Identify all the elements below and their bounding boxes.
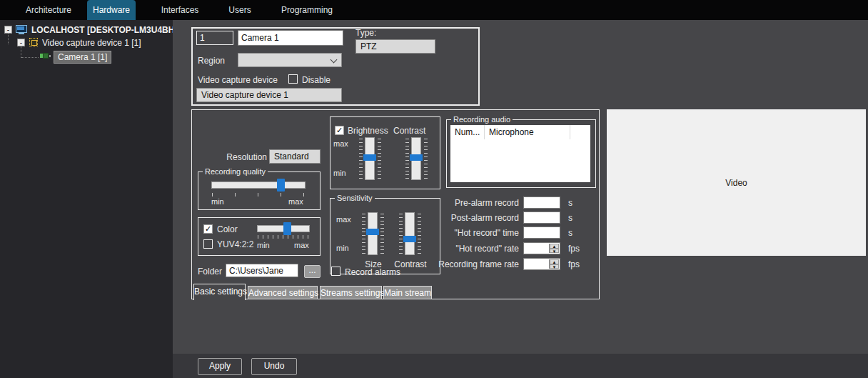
action-bar: Apply Undo (173, 354, 868, 378)
slider-ticks (418, 214, 421, 254)
recording-audio-group: Recording audio Num... Microphone (446, 115, 596, 188)
undo-button[interactable]: Undo (251, 358, 297, 375)
slider-ticks (359, 139, 363, 179)
recording-frame-rate-label: Recording frame rate (435, 259, 519, 269)
max-label: max (336, 215, 351, 224)
tab-hardware[interactable]: Hardware (87, 0, 136, 20)
computer-icon (16, 25, 27, 34)
recording-frame-rate-input[interactable]: ▲▼ (523, 258, 560, 270)
region-dropdown[interactable] (238, 53, 342, 67)
recording-audio-title: Recording audio (451, 115, 513, 124)
slider-ticks (378, 139, 381, 179)
video-preview-panel: Video (607, 109, 866, 256)
audio-table-header: Num... Microphone (450, 125, 590, 139)
chevron-down-icon (330, 56, 338, 64)
slider-ticks (212, 193, 306, 197)
yuv-checkbox[interactable] (203, 239, 213, 249)
slider-ticks (380, 214, 384, 254)
recording-frame-rate-unit: fps (568, 259, 580, 269)
tree-expander-root[interactable]: - (4, 26, 12, 34)
brightness-contrast-group: ✓ Brightness Contrast max min (330, 116, 440, 189)
camera-name-input[interactable] (238, 30, 343, 46)
brightness-checkbox[interactable]: ✓ (335, 126, 344, 135)
tree-expander-device[interactable]: - (17, 39, 25, 46)
recording-frame-rate-spinner[interactable]: ▲▼ (549, 259, 559, 269)
folder-input[interactable] (226, 264, 298, 277)
brightness-slider-thumb[interactable] (363, 154, 376, 161)
capture-device-dropdown[interactable]: Video capture device 1 (196, 88, 342, 102)
pre-alarm-input[interactable] (523, 197, 560, 209)
recording-quality-slider[interactable] (211, 181, 306, 189)
contrast-slider-thumb[interactable] (410, 154, 423, 161)
folder-label: Folder (198, 267, 222, 277)
hot-record-time-input[interactable] (523, 227, 560, 239)
min-label: min (336, 244, 349, 252)
sensitivity-title: Sensitivity (335, 194, 375, 202)
color-slider[interactable] (257, 225, 310, 232)
recording-quality-slider-thumb[interactable] (277, 179, 285, 192)
slider-ticks (424, 139, 428, 179)
settings-box: Resolution Standard Recording quality mi… (191, 109, 600, 299)
max-label: max (288, 197, 303, 206)
record-alarms-label: Record alarms (345, 267, 400, 277)
apply-button[interactable]: Apply (198, 358, 242, 375)
contrast-label: Contrast (393, 126, 425, 136)
hot-record-rate-unit: fps (568, 244, 580, 254)
color-checkbox[interactable]: ✓ (203, 224, 213, 234)
size-slider-thumb[interactable] (366, 229, 379, 235)
brightness-slider[interactable] (365, 137, 375, 180)
tab-basic-settings[interactable]: Basic settings (193, 284, 246, 300)
region-label: Region (198, 56, 225, 66)
spin-down-icon[interactable]: ▼ (550, 249, 559, 254)
hot-record-rate-input[interactable]: ▲▼ (523, 242, 560, 254)
post-alarm-label: Post-alarm record (435, 213, 519, 223)
recording-quality-group: Recording quality min max (198, 167, 321, 210)
device-tree: - LOCALHOST [DESKTOP-LM3U4BH] - Video ca… (0, 20, 173, 378)
tab-programming[interactable]: Programming (273, 0, 341, 20)
tree-item-capture-device[interactable]: Video capture device 1 [1] (42, 38, 141, 48)
disable-checkbox[interactable] (288, 74, 298, 84)
tab-interfaces[interactable]: Interfaces (151, 0, 208, 20)
tree-item-camera[interactable]: Camera 1 [1] (54, 51, 111, 64)
post-alarm-input[interactable] (523, 212, 560, 224)
resolution-dropdown[interactable]: Standard (269, 149, 321, 164)
audio-col-spacer (570, 125, 590, 139)
record-alarms-checkbox[interactable] (331, 267, 340, 276)
main-panel: Region Video capture device Disable Vide… (173, 20, 868, 354)
sensitivity-contrast-slider-thumb[interactable] (403, 236, 416, 242)
app-window: Architecture Hardware Interfaces Users P… (0, 0, 868, 378)
slider-ticks (362, 214, 365, 254)
spin-down-icon[interactable]: ▼ (550, 264, 559, 269)
color-label: Color (217, 224, 238, 234)
audio-table[interactable]: Num... Microphone (450, 125, 590, 182)
sensitivity-contrast-slider[interactable] (405, 212, 415, 255)
top-menu-bar: Architecture Hardware Interfaces Users P… (0, 0, 868, 20)
capture-device-icon (29, 38, 38, 46)
tab-users[interactable]: Users (218, 0, 261, 20)
browse-button[interactable]: ... (304, 265, 321, 278)
video-preview-label: Video (725, 178, 747, 188)
slider-ticks (405, 139, 409, 179)
color-slider-thumb[interactable] (283, 222, 291, 235)
min-label: min (257, 241, 270, 249)
type-dropdown[interactable]: PTZ (355, 39, 435, 54)
sensitivity-size-slider[interactable] (368, 212, 378, 255)
video-capture-device-label: Video capture device (198, 75, 278, 85)
type-label: Type: (355, 28, 376, 38)
slider-ticks (399, 214, 403, 254)
min-label: min (333, 169, 346, 177)
audio-col-num: Num... (450, 125, 485, 139)
pre-alarm-unit: s (568, 198, 572, 208)
sensitivity-group: Sensitivity max min Size Contrast (330, 194, 440, 274)
tab-advanced-settings[interactable]: Advanced settings (248, 286, 318, 299)
tree-connector (21, 57, 39, 58)
tab-main-stream[interactable]: Main stream (383, 286, 432, 299)
tree-item-localhost[interactable]: LOCALHOST [DESKTOP-LM3U4BH] (31, 25, 177, 35)
tab-architecture[interactable]: Architecture (13, 0, 84, 20)
contrast-slider[interactable] (411, 137, 421, 180)
camera-id-input[interactable] (196, 31, 233, 45)
tab-streams-settings[interactable]: Streams settings (320, 286, 382, 299)
yuv-label: YUV4:2:2 (217, 239, 253, 249)
tree-connector (8, 34, 9, 44)
hot-record-rate-spinner[interactable]: ▲▼ (549, 244, 559, 253)
